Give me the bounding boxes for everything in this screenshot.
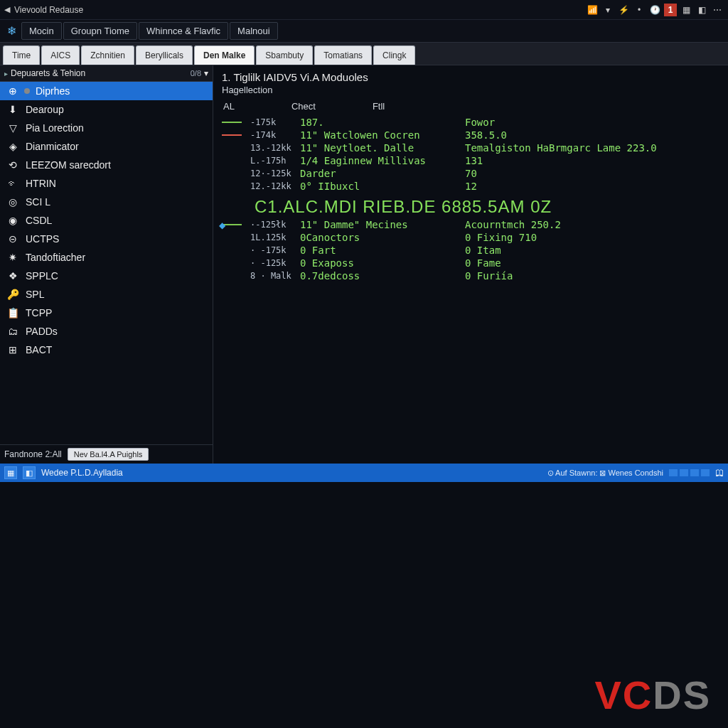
row-value-b: Darder: [300, 168, 456, 179]
tab-7[interactable]: Clingk: [373, 46, 415, 65]
row-marker-icon: [222, 147, 242, 149]
row-tick: -175k: [250, 117, 291, 127]
sidebar-item[interactable]: ◎SCI L: [0, 193, 213, 211]
sidebar-item[interactable]: ◉CSDL: [0, 211, 213, 230]
tray-clock-icon: 🕐: [648, 4, 661, 16]
menu-item-1[interactable]: Groupn Tiome: [63, 22, 137, 40]
tab-1[interactable]: AICS: [41, 46, 80, 65]
tab-0[interactable]: Time: [3, 46, 40, 65]
row-value-b: 0 Fart: [300, 245, 456, 256]
tab-4[interactable]: Den Malke: [194, 46, 255, 65]
tab-3[interactable]: Beryllicals: [136, 46, 193, 65]
tabstrip: Time AICS Zchnitien Beryllicals Den Malk…: [0, 43, 728, 65]
tree-item-label: HTRIN: [26, 178, 56, 189]
status-text: Wedee P.L.D.Aylladia: [41, 468, 123, 478]
status-icon-2[interactable]: ◧: [23, 466, 36, 479]
col-b: Chect: [291, 101, 316, 112]
tree-item-label: UCTPS: [26, 233, 59, 245]
sidebar-item[interactable]: ⬇Dearoup: [0, 100, 213, 119]
tree-item-icon: 🔑: [6, 287, 20, 301]
data-row: · -125k0 Exaposs0 Fame: [222, 257, 719, 269]
tray-window-icon[interactable]: ◧: [695, 4, 708, 16]
row-tick: 8 · Malk: [250, 271, 291, 281]
col-c: Ftll: [373, 101, 385, 112]
sidebar: ▸ Depuarets & Tehion 0/8 ▾ ⊕Diprhes⬇Dear…: [0, 65, 213, 464]
row-value-b: 11" Watclowen Cocren: [300, 129, 456, 141]
data-rows-top: -175k187.Fowor-174k11" Watclowen Cocren3…: [222, 116, 719, 193]
back-icon[interactable]: ◀: [4, 5, 10, 14]
row-value-c: 0 Fame: [465, 257, 501, 269]
sidebar-item[interactable]: 🔑SPL: [0, 285, 213, 304]
content-subheading: Hagellection: [222, 85, 719, 95]
diamond-icon: ◆: [219, 220, 225, 230]
footer-button[interactable]: Nev Ba.l4.A Puighls: [68, 448, 149, 461]
row-value-c: 0 Furiía: [465, 270, 513, 282]
row-tick: L.-175h: [250, 156, 291, 166]
tray-more-icon[interactable]: ⋯: [711, 4, 724, 16]
sidebar-item[interactable]: ⊕Diprhes: [0, 82, 213, 100]
row-value-b: 11" Damme" Mecines: [300, 219, 456, 230]
sidebar-item[interactable]: ᯤHTRIN: [0, 174, 213, 193]
logo-gray: DS: [653, 673, 711, 717]
tree-item-icon: ⊝: [6, 232, 20, 246]
tree-item-icon: ᯤ: [6, 176, 20, 191]
sidebar-item[interactable]: ❖SPPLC: [0, 267, 213, 285]
expand-icon: ▸: [4, 70, 8, 77]
row-tick: ·-125łk: [250, 220, 291, 230]
row-marker-icon: [222, 160, 242, 161]
tray-alert-icon[interactable]: 1: [664, 4, 677, 16]
sidebar-item[interactable]: ⊞BACT: [0, 341, 213, 359]
sidebar-item[interactable]: ⊝UCTPS: [0, 230, 213, 248]
tab-2[interactable]: Zchnitien: [81, 46, 134, 65]
menu-item-3[interactable]: Malnoui: [230, 22, 278, 40]
data-row: 8 · Malk0.7dedcoss0 Furiía: [222, 269, 719, 282]
row-marker-icon: [222, 173, 242, 174]
row-value-c: 12: [465, 181, 477, 192]
tree-item-icon: 🗂: [6, 324, 20, 338]
status-book-icon[interactable]: 🕮: [715, 468, 724, 478]
tree-item-icon: ◉: [6, 213, 20, 228]
row-value-b: 0.7dedcoss: [300, 270, 456, 282]
tree-item-label: Diprhes: [36, 85, 70, 97]
vcds-logo: VCDS: [594, 672, 711, 718]
sidebar-item[interactable]: ⟲LEEZOM sarecdort: [0, 156, 213, 174]
titlebar: ◀ Vievoold Redause 📶 ▾ ⚡ • 🕐 1 ▦ ◧ ⋯: [0, 0, 728, 20]
tree-item-label: CSDL: [26, 215, 52, 226]
chevron-down-icon[interactable]: ▾: [204, 68, 208, 78]
row-value-b: 0Canoctors: [300, 232, 456, 243]
status-icon-1[interactable]: ▦: [4, 466, 17, 479]
sidebar-count-badge: 0/8: [191, 69, 201, 77]
status-right: ⊙ Auf Stawnn: ⊠ Wenes Condshi: [547, 469, 663, 478]
row-marker-icon: [222, 275, 242, 277]
row-value-b: 1/4 Eaginnew Millivas: [300, 155, 456, 166]
tray-menu-icon[interactable]: ▦: [680, 4, 692, 16]
data-row: 13.-12kk11" Neytloet. DalleTemalgiston H…: [222, 141, 719, 154]
row-tick: 12·-125k: [250, 168, 291, 178]
row-tick: -174k: [250, 130, 291, 140]
tree-item-icon: ⊞: [6, 343, 20, 357]
tree-item-label: Pia Lorection: [26, 122, 84, 134]
tree-item-icon: ⟲: [6, 158, 20, 172]
row-tick: 1L.125k: [250, 232, 291, 242]
sidebar-item[interactable]: ◈Dianmicator: [0, 137, 213, 156]
row-tick: 13.-12kk: [250, 143, 291, 153]
sidebar-item[interactable]: 📋TCPP: [0, 304, 213, 322]
sidebar-footer: Fandnone 2:All Nev Ba.l4.A Puighls: [0, 444, 213, 464]
sidebar-item[interactable]: ▽Pia Lorection: [0, 119, 213, 137]
tree-item-label: LEEZOM sarecdort: [26, 159, 111, 171]
content-pane: 1. Tiglilk IAIDV5 Vi.A Moduoles Hagellec…: [213, 65, 728, 464]
row-value-b: 11" Neytloet. Dalle: [300, 142, 456, 154]
tree-item-icon: ⬇: [6, 102, 20, 117]
menu-item-0[interactable]: Mocin: [21, 22, 62, 40]
tree-item-label: SPL: [26, 289, 44, 300]
row-value-b: 0° IIbuxcl: [300, 181, 456, 192]
tab-6[interactable]: Tomatians: [314, 46, 372, 65]
row-value-c: Fowor: [465, 117, 495, 128]
sidebar-item[interactable]: ✷Tandoftiacher: [0, 248, 213, 267]
sidebar-header[interactable]: ▸ Depuarets & Tehion 0/8 ▾: [0, 65, 213, 82]
tray-flag-icon: ▾: [601, 4, 614, 16]
tab-5[interactable]: Sbambuty: [256, 46, 313, 65]
titlebar-text: Vievoold Redause: [14, 5, 83, 15]
menu-item-2[interactable]: Whinnce & Flavfic: [139, 22, 228, 40]
sidebar-item[interactable]: 🗂PADDs: [0, 322, 213, 341]
